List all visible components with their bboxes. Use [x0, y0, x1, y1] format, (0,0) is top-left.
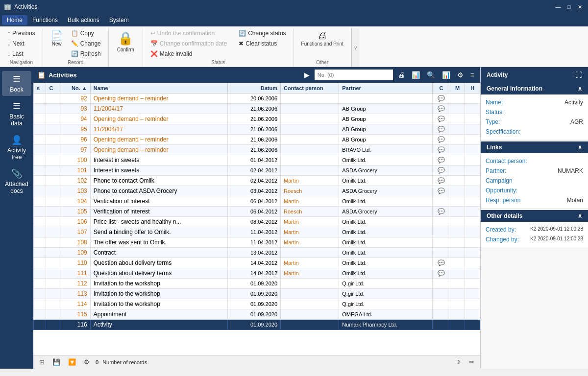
table-row[interactable]: 104 Verification of interest 06.04.2012 …	[34, 196, 480, 207]
cell-name: Question about delivery terms	[90, 258, 227, 268]
cell-partner: Q.gir Ltd.	[339, 289, 433, 299]
menu-system[interactable]: System	[104, 15, 134, 25]
table-row[interactable]: 103 Phone to contact ASDA Grocery 03.04.…	[34, 186, 480, 196]
section-general-info[interactable]: General information ∧	[481, 83, 588, 94]
cell-c	[46, 207, 59, 217]
table-row[interactable]: 101 Interest in sweets 02.04.2012 ASDA G…	[34, 165, 480, 176]
menu-functions[interactable]: Functions	[27, 15, 63, 25]
cell-h	[465, 217, 480, 227]
gear-button[interactable]: ⚙	[82, 357, 92, 367]
table-row[interactable]: 111 Question about delivery terms 14.04.…	[34, 268, 480, 279]
cell-datum: 11.04.2012	[227, 237, 280, 248]
last-button[interactable]: ↓ Last	[4, 49, 39, 59]
table-row[interactable]: 93 11/2004/17 21.06.2006 AB Group 💬	[34, 104, 480, 114]
save-button[interactable]: 💾	[50, 357, 62, 367]
copy-button[interactable]: 📋 Copy	[68, 28, 104, 38]
layout-button[interactable]: ⊞	[37, 357, 47, 367]
table-row[interactable]: 107 Send a binding offer to Omilk. 11.04…	[34, 227, 480, 237]
section-links[interactable]: Links ∧	[481, 141, 588, 153]
functions-print-button[interactable]: 🖨 Functions and Print	[298, 28, 347, 49]
cell-partner: Omilk Ltd.	[339, 196, 433, 207]
sidebar-item-attached-docs[interactable]: 📎 Attached docs	[2, 165, 31, 197]
table-row[interactable]: 96 Opening demand – reminder 21.06.2006 …	[34, 135, 480, 145]
row-number: 93	[80, 105, 87, 112]
field-resp-person: Resp. person Motan	[486, 195, 583, 205]
row-name: Invitation to the workshop	[94, 301, 160, 307]
menu-bulk-actions[interactable]: Bulk actions	[63, 15, 104, 25]
edit-button[interactable]: ✏	[467, 357, 476, 367]
header-no[interactable]: No. ▲	[59, 83, 91, 94]
table-row[interactable]: 95 11/2004/17 21.06.2006 AB Group 💬	[34, 124, 480, 135]
cell-name: Activity	[90, 320, 227, 330]
cell-partner: ASDA Grocery	[339, 207, 433, 217]
table-row[interactable]: 100 Interest in sweets 01.04.2012 Omilk …	[34, 155, 480, 165]
undo-confirmation-button[interactable]: ↩ Undo the confirmation	[147, 28, 230, 38]
row-number: 108	[77, 239, 87, 246]
cell-m	[450, 320, 465, 330]
table-row[interactable]: 110 Question about delivery terms 14.04.…	[34, 258, 480, 268]
table-row[interactable]: 92 Opening demand – reminder 20.06.2006 …	[34, 94, 480, 104]
filter-input[interactable]	[315, 70, 393, 80]
maximize-button[interactable]: □	[564, 2, 573, 11]
table-row[interactable]: 108 The offer was sent to Omilk. 11.04.2…	[34, 237, 480, 248]
table-row[interactable]: 105 Verification of interest 06.04.2012 …	[34, 207, 480, 217]
sum-button[interactable]: Σ	[455, 357, 463, 367]
make-invalid-button[interactable]: ❌ Make invalid	[147, 49, 230, 59]
header-datum: Datum	[227, 83, 280, 94]
cell-partner: OMEGA Ltd.	[339, 309, 433, 320]
next-button[interactable]: ↓ Next	[4, 39, 39, 48]
change-status-button[interactable]: 🔄 Change status	[235, 28, 289, 38]
sidebar-item-activity-tree[interactable]: 👤 Activity tree	[2, 132, 31, 164]
menu-bar: Home Functions Bulk actions System	[0, 14, 588, 26]
sidebar-item-book[interactable]: ☰ Book	[2, 71, 31, 96]
table-row[interactable]: 114 Invitation to the workshop 01.09.202…	[34, 299, 480, 309]
refresh-button[interactable]: 🔄 Refresh	[68, 49, 104, 59]
previous-button[interactable]: ↑ Previous	[4, 28, 39, 38]
table-row[interactable]: 116 Activity 01.09.2020 Numark Pharmacy …	[34, 320, 480, 330]
chart-toolbar-button[interactable]: 📊	[410, 70, 422, 80]
clear-status-button[interactable]: ✖ Clear status	[235, 39, 289, 48]
table-row[interactable]: 97 Opening demand – reminder 21.06.2006 …	[34, 145, 480, 155]
print-toolbar-button[interactable]: 🖨	[396, 70, 407, 80]
change-confirmation-date-button[interactable]: 📅 Change confirmation date	[147, 39, 230, 48]
filter-button[interactable]: 🔽	[66, 357, 78, 367]
confirm-lock-icon: 🔒	[118, 31, 133, 46]
close-button[interactable]: ✕	[575, 2, 584, 11]
change-button[interactable]: ✏️ Change	[68, 39, 104, 48]
title-bar: 🏢 Activities — □ ✕	[0, 0, 588, 14]
search-toolbar-button[interactable]: 🔍	[425, 70, 437, 80]
minimize-button[interactable]: —	[554, 2, 563, 11]
table-row[interactable]: 106 Price list - sweets and healthy n...…	[34, 217, 480, 227]
sidebar-item-basic-data[interactable]: ☰ Basic data	[2, 98, 31, 130]
play-button[interactable]: ▶	[302, 70, 312, 80]
table-row[interactable]: 113 Invitation to the workshop 01.09.202…	[34, 289, 480, 299]
table-row[interactable]: 94 Opening demand – reminder 21.06.2006 …	[34, 114, 480, 124]
new-button[interactable]: 📄 New	[47, 28, 67, 49]
cell-name: Interest in sweets	[90, 165, 227, 176]
confirm-button[interactable]: 🔒 Confirm	[113, 28, 139, 55]
menu-home[interactable]: Home	[2, 15, 27, 25]
table-row[interactable]: 115 Appointment 01.09.2020 OMEGA Ltd.	[34, 309, 480, 320]
row-number: 100	[77, 157, 87, 164]
cell-datum: 11.04.2012	[227, 227, 280, 237]
ribbon-expand-button[interactable]: ∨	[351, 28, 359, 67]
cell-h	[465, 124, 480, 135]
menu-toolbar-button[interactable]: ≡	[468, 70, 476, 80]
cell-s	[34, 279, 46, 289]
cell-partner: ASDA Grocery	[339, 165, 433, 176]
ribbon-group-status: ↩ Undo the confirmation 📅 Change confirm…	[143, 28, 294, 67]
cell-c	[46, 114, 59, 124]
expand-panel-button[interactable]: ⛶	[575, 71, 582, 79]
right-panel: Activity ⛶ General information ∧ Name: A…	[480, 67, 588, 369]
table-row[interactable]: 102 Phone to contact Omilk 02.04.2012 Ma…	[34, 176, 480, 186]
table-row[interactable]: 112 Invitation to the workshop 01.09.202…	[34, 279, 480, 289]
section-other-details[interactable]: Other details ∧	[481, 210, 588, 222]
row-number: 111	[77, 270, 87, 277]
table-row[interactable]: 109 Contract 13.04.2012 Omilk Ltd.	[34, 248, 480, 258]
ribbon-confirm-content: 🔒 Confirm	[113, 28, 139, 64]
cell-s	[34, 217, 46, 227]
cell-datum: 02.04.2012	[227, 165, 280, 176]
settings-toolbar-button[interactable]: ⚙	[455, 70, 466, 80]
bar-chart-toolbar-button[interactable]: 📊	[440, 70, 452, 80]
field-name: Name: Activity	[486, 97, 583, 107]
